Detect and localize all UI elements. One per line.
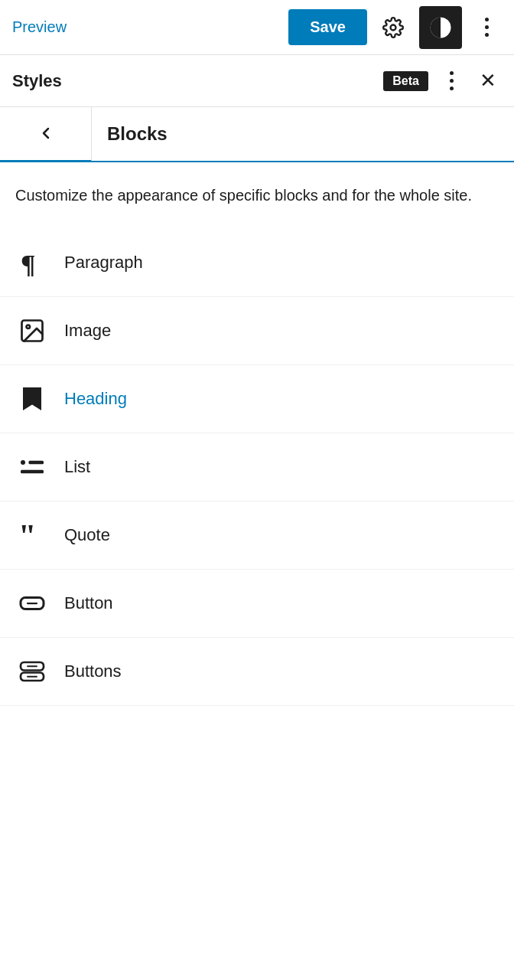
svg-point-4: [27, 325, 31, 329]
quote-icon: ": [15, 518, 49, 552]
gear-icon[interactable]: [376, 11, 410, 44]
heading-icon: [15, 382, 49, 416]
block-list: ¶ Paragraph Image Heading: [0, 223, 514, 712]
svg-text:¶: ¶: [21, 250, 35, 276]
list-item[interactable]: ¶ Paragraph: [0, 229, 514, 297]
block-label-paragraph: Paragraph: [64, 253, 143, 273]
svg-rect-6: [29, 461, 44, 465]
more-vertical-icon[interactable]: [471, 11, 502, 44]
svg-point-5: [21, 460, 25, 465]
list-item[interactable]: Button: [0, 570, 514, 638]
styles-more-button[interactable]: [438, 67, 465, 95]
toolbar: Preview Save: [0, 0, 514, 55]
blocks-title: Blocks: [92, 123, 168, 145]
block-label-heading: Heading: [64, 389, 127, 409]
save-button[interactable]: Save: [288, 9, 367, 45]
styles-close-button[interactable]: ✕: [474, 67, 502, 95]
styles-panel-header: Styles Beta ✕: [0, 55, 514, 107]
list-item[interactable]: Image: [0, 297, 514, 365]
buttons-icon: [15, 655, 49, 688]
block-label-image: Image: [64, 321, 111, 341]
block-label-list: List: [64, 457, 90, 477]
list-item[interactable]: Buttons: [0, 638, 514, 706]
list-item[interactable]: " Quote: [0, 501, 514, 570]
block-label-buttons: Buttons: [64, 662, 122, 681]
list-icon: [15, 450, 49, 484]
svg-rect-7: [21, 470, 44, 474]
block-label-quote: Quote: [64, 525, 110, 545]
list-item[interactable]: Heading: [0, 365, 514, 433]
styles-title: Styles: [12, 71, 374, 91]
block-label-button: Button: [64, 593, 113, 613]
svg-text:": ": [18, 521, 36, 549]
beta-badge: Beta: [383, 71, 428, 91]
back-button[interactable]: [0, 106, 92, 162]
blocks-description: Customize the appearance of specific blo…: [0, 162, 514, 223]
preview-button[interactable]: Preview: [12, 18, 279, 36]
paragraph-icon: ¶: [15, 246, 49, 279]
svg-point-0: [391, 24, 396, 30]
list-item[interactable]: List: [0, 433, 514, 501]
button-icon: [15, 586, 49, 620]
image-icon: [15, 314, 49, 348]
contrast-icon[interactable]: [419, 6, 462, 49]
blocks-panel-header: Blocks: [0, 107, 514, 162]
